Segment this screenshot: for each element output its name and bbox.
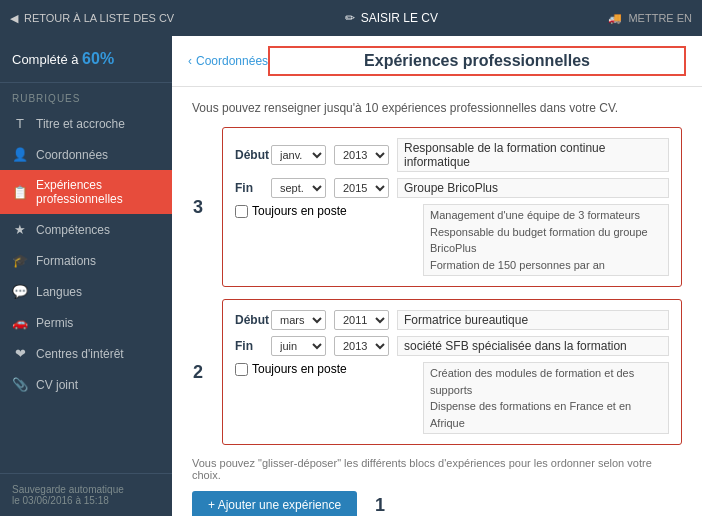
sidebar-item-competences[interactable]: ★ Compétences	[0, 214, 172, 245]
briefcase-icon: 📋	[12, 185, 28, 200]
company-1: Groupe BricoPlus	[397, 178, 669, 198]
progress-value: 60%	[82, 50, 114, 67]
sidebar-item-cvjoint[interactable]: 📎 CV joint	[0, 369, 172, 400]
debut-label-1: Début	[235, 148, 263, 162]
checkbox-label-1: Toujours en poste	[252, 204, 347, 218]
block-number-3: 3	[193, 197, 203, 218]
company-2: société SFB spécialisée dans la formatio…	[397, 336, 669, 356]
sidebar: Complété à 60% RUBRIQUES T Titre et accr…	[0, 36, 172, 516]
sidebar-item-experiences[interactable]: 📋 Expériences professionnelles	[0, 170, 172, 214]
job-title-1: Responsable de la formation continue inf…	[397, 138, 669, 172]
description-2: Création des modules de formation et des…	[423, 362, 669, 434]
fin-label-1: Fin	[235, 181, 263, 195]
sidebar-label-titre: Titre et accroche	[36, 117, 125, 131]
pencil-icon: ✏	[345, 11, 355, 25]
sidebar-label-cvjoint: CV joint	[36, 378, 78, 392]
main-layout: Complété à 60% RUBRIQUES T Titre et accr…	[0, 36, 702, 516]
sidebar-item-titre[interactable]: T Titre et accroche	[0, 108, 172, 139]
paperclip-icon: 📎	[12, 377, 28, 392]
sidebar-label-experiences: Expériences professionnelles	[36, 178, 160, 206]
toujours-en-poste-2[interactable]	[235, 363, 248, 376]
sidebar-label-formations: Formations	[36, 254, 96, 268]
graduation-icon: 🎓	[12, 253, 28, 268]
job-title-2: Formatrice bureautique	[397, 310, 669, 330]
sidebar-item-langues[interactable]: 💬 Langues	[0, 276, 172, 307]
fin-year-select-2[interactable]: 2010201120122013201420152016	[334, 336, 389, 356]
chevron-left-icon: ‹	[188, 54, 192, 68]
debut-label-2: Début	[235, 313, 263, 327]
debut-row-1: Début janv.févr.marsavr. maijuinjuil.aoû…	[235, 138, 669, 172]
center-label: SAISIR LE CV	[361, 11, 438, 25]
sidebar-footer: Sauvegarde automatique le 03/06/2016 à 1…	[0, 473, 172, 516]
truck-icon: 🚚	[608, 12, 622, 25]
sidebar-label-competences: Compétences	[36, 223, 110, 237]
sidebar-label-langues: Langues	[36, 285, 82, 299]
sidebar-item-coordonnees[interactable]: 👤 Coordonnées	[0, 139, 172, 170]
sidebar-label-centres: Centres d'intérêt	[36, 347, 124, 361]
debut-year-select-2[interactable]: 2010201120122013201420152016	[334, 310, 389, 330]
sidebar-label-coordonnees: Coordonnées	[36, 148, 108, 162]
debut-row-2: Début janv.févr.marsavr. maijuinjuil.aoû…	[235, 310, 669, 330]
debut-month-select-2[interactable]: janv.févr.marsavr. maijuinjuil.août sept…	[271, 310, 326, 330]
sidebar-item-permis[interactable]: 🚗 Permis	[0, 307, 172, 338]
toujours-en-poste-1[interactable]	[235, 205, 248, 218]
speech-icon: 💬	[12, 284, 28, 299]
fin-row-2: Fin janv.févr.marsavr. maijuinjuil.août …	[235, 336, 669, 356]
block-number-2: 2	[193, 362, 203, 383]
user-icon: 👤	[12, 147, 28, 162]
fin-month-select-1[interactable]: janv.févr.marsavr. maijuinjuil.août sept…	[271, 178, 326, 198]
star-icon: ★	[12, 222, 28, 237]
experiences-wrapper: 3 Début janv.févr.marsavr. maijuinjuil.a…	[192, 127, 682, 445]
back-label: RETOUR À LA LISTE DES CV	[24, 12, 174, 24]
sidebar-item-formations[interactable]: 🎓 Formations	[0, 245, 172, 276]
add-experience-button[interactable]: + Ajouter une expérience	[192, 491, 357, 516]
sidebar-label-permis: Permis	[36, 316, 73, 330]
fin-month-select-2[interactable]: janv.févr.marsavr. maijuinjuil.août sept…	[271, 336, 326, 356]
debut-year-select-1[interactable]: 2010201120122013201420152016	[334, 145, 389, 165]
header-title-wrapper: Expériences professionnelles	[268, 46, 686, 76]
add-button-label: + Ajouter une expérience	[208, 498, 341, 512]
badge-1: 1	[375, 495, 385, 516]
title-icon: T	[12, 116, 28, 131]
content-area: ‹ Coordonnées Expériences professionnell…	[172, 36, 702, 516]
footer-line2: le 03/06/2016 à 15:18	[12, 495, 160, 506]
footer-line1: Sauvegarde automatique	[12, 484, 160, 495]
back-link-label: Coordonnées	[196, 54, 268, 68]
description-1: Management d'une équipe de 3 formateurs …	[423, 204, 669, 276]
content-header: ‹ Coordonnées Expériences professionnell…	[172, 36, 702, 87]
debut-month-select-1[interactable]: janv.févr.marsavr. maijuinjuil.août sept…	[271, 145, 326, 165]
car-icon: 🚗	[12, 315, 28, 330]
experience-block-2: 2 Début janv.févr.marsavr. maijuinjuil.a…	[222, 299, 682, 445]
top-center: ✏ SAISIR LE CV	[174, 11, 608, 25]
intro-text: Vous pouvez renseigner jusqu'à 10 expéri…	[192, 101, 682, 115]
fin-year-select-1[interactable]: 2010201120122013201420152016	[334, 178, 389, 198]
top-right: 🚚 METTRE EN	[608, 12, 692, 25]
progress-label: Complété à	[12, 52, 78, 67]
content-body: Vous pouvez renseigner jusqu'à 10 expéri…	[172, 87, 702, 516]
top-bar: ◀ RETOUR À LA LISTE DES CV ✏ SAISIR LE C…	[0, 0, 702, 36]
experience-block-3: 3 Début janv.févr.marsavr. maijuinjuil.a…	[222, 127, 682, 287]
back-to-list[interactable]: ◀ RETOUR À LA LISTE DES CV	[10, 12, 174, 25]
sidebar-item-centres[interactable]: ❤ Centres d'intérêt	[0, 338, 172, 369]
checkbox-label-2: Toujours en poste	[252, 362, 347, 376]
sidebar-section-label: RUBRIQUES	[0, 83, 172, 108]
drag-hint: Vous pouvez "glisser-déposer" les différ…	[192, 457, 682, 481]
arrow-left-icon: ◀	[10, 12, 18, 25]
fin-row-1: Fin janv.févr.marsavr. maijuinjuil.août …	[235, 178, 669, 198]
page-title: Expériences professionnelles	[268, 46, 686, 76]
back-link[interactable]: ‹ Coordonnées	[188, 54, 268, 68]
fin-label-2: Fin	[235, 339, 263, 353]
progress-area: Complété à 60%	[0, 36, 172, 83]
bottom-row: + Ajouter une expérience 1	[192, 491, 682, 516]
right-label: METTRE EN	[628, 12, 692, 24]
heart-icon: ❤	[12, 346, 28, 361]
